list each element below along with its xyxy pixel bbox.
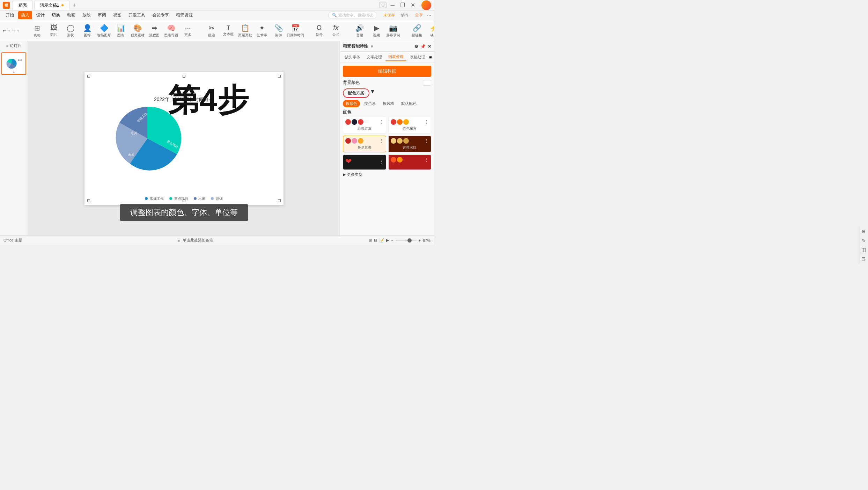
toolbar-daoke-assets[interactable]: 🎨 稻壳素材 — [131, 24, 144, 38]
undo-more-btn[interactable]: ▾ — [8, 28, 10, 33]
color-scheme-button[interactable]: 配色方案 — [343, 88, 369, 98]
toolbar-textbox[interactable]: T 文本框 — [222, 25, 235, 37]
toolbar-action[interactable]: ⚡ 动作 — [427, 24, 434, 38]
toolbar-image[interactable]: 🖼 图片 — [47, 24, 60, 37]
handle-bm[interactable] — [183, 199, 185, 202]
color-card-5[interactable]: ❤ ⋮ — [343, 154, 386, 170]
notes-view-icon[interactable]: 📝 — [379, 238, 384, 243]
swatch-more-4[interactable]: ⋮ — [424, 138, 429, 144]
handle-tl[interactable] — [87, 75, 90, 78]
handle-br[interactable] — [278, 199, 281, 202]
zoom-thumb — [407, 238, 412, 243]
normal-view-icon[interactable]: ⊟ — [374, 238, 377, 243]
more-types-btn[interactable]: ▶ 更多类型 — [343, 172, 431, 177]
toolbar-symbol[interactable]: Ω 符号 — [313, 24, 325, 37]
tab-chart-process[interactable]: 图表处理 — [385, 53, 406, 61]
menu-bar: 开始 插入 设计 切换 动画 放映 审阅 视图 开发工具 会员专享 稻壳资源 🔍… — [0, 10, 434, 20]
user-avatar[interactable] — [421, 0, 431, 10]
scheme-tab-default[interactable]: 默认配色 — [398, 100, 419, 107]
toolbar-note[interactable]: ✂ 批注 — [205, 24, 218, 38]
panel-tab-more[interactable]: ≡ — [429, 55, 432, 60]
toolbar-datetime[interactable]: 📅 日期和时间 — [289, 24, 302, 38]
toolbar-more[interactable]: ··· 更多 — [182, 24, 194, 37]
toolbar-screenrecord[interactable]: 📷 屏幕录制 — [387, 24, 399, 38]
minimize-button[interactable]: ─ — [391, 2, 395, 8]
toolbar-smart-figure[interactable]: 🔷 智能图形 — [98, 24, 110, 38]
color-card-6[interactable]: ⋮ — [388, 154, 432, 170]
unsaved-btn[interactable]: 未保存 — [381, 12, 397, 19]
toolbar-chart[interactable]: 📊 图表 — [115, 24, 127, 38]
toolbar-video[interactable]: ▶ 视频 — [370, 24, 383, 38]
tab-presentation[interactable]: 演示文稿1 — [34, 1, 69, 10]
panel-settings-icon[interactable]: ⚙ — [414, 44, 418, 49]
panel-unpin-icon[interactable]: 📌 — [420, 44, 426, 49]
tab-table-process[interactable]: 表格处理 — [407, 53, 428, 61]
slide-number: 1 — [13, 70, 15, 73]
notes-placeholder[interactable]: 单击此处添加备注 — [183, 238, 213, 243]
panel-close-icon[interactable]: ✕ — [428, 44, 431, 49]
slideshow-icon[interactable]: ▶ — [386, 238, 389, 243]
share-btn[interactable]: 分享 — [413, 12, 425, 19]
toolbar-table[interactable]: ⊞ 表格 — [31, 24, 43, 38]
slide-thumbnail-1[interactable]: 第4步 1 — [1, 52, 26, 75]
slide-canvas[interactable]: 第4步 2022年上半年工作时间分布 常规工作 重点项目 — [84, 72, 284, 205]
menu-search-box[interactable]: 🔍 查找命令、搜索模板 — [328, 12, 377, 19]
toolbar-wordart[interactable]: ✦ 艺术字 — [256, 24, 268, 38]
slide-panel-tab[interactable]: ≡ 幻灯片 — [0, 41, 28, 51]
maximize-button[interactable]: ❐ — [400, 2, 405, 8]
toolbar-flowchart[interactable]: ➡ 流程图 — [148, 24, 161, 38]
scheme-tab-color[interactable]: 按颜色 — [343, 100, 360, 107]
toolbar-attachment[interactable]: 📎 附件 — [272, 24, 285, 38]
toolbar-hyperlink[interactable]: 🔗 超链接 — [411, 24, 423, 38]
color-card-classic-red-gray[interactable]: ⋮ 经典红灰 — [343, 117, 386, 134]
redo-more-btn[interactable]: ▾ — [17, 28, 20, 33]
color-card-best-each[interactable]: ⋮ 各尽其美 — [343, 136, 386, 152]
toolbar-formula[interactable]: fx 公式 — [330, 24, 342, 37]
menu-view[interactable]: 视图 — [110, 11, 124, 19]
handle-tm[interactable] — [183, 75, 185, 78]
swatch-more-3[interactable]: ⋮ — [379, 138, 384, 144]
zoom-plus[interactable]: + — [419, 238, 421, 243]
undo-btn[interactable]: ↩ — [3, 28, 7, 33]
menu-resources[interactable]: 稻壳资源 — [173, 11, 196, 19]
menu-insert[interactable]: 插入 — [18, 11, 32, 19]
swatch-more-6[interactable]: ⋮ — [424, 157, 429, 163]
layout-toggle[interactable]: ⊞ — [379, 2, 387, 8]
bg-color-swatch[interactable] — [423, 80, 431, 86]
swatch-more-1[interactable]: ⋮ — [379, 119, 384, 125]
tab-text-process[interactable]: 文字处理 — [364, 53, 385, 61]
zoom-slider[interactable] — [396, 240, 417, 241]
menu-dev[interactable]: 开发工具 — [126, 11, 148, 19]
edit-data-button[interactable]: 编辑数据 — [343, 66, 431, 77]
color-card-red-east[interactable]: ⋮ 赤色东方 — [388, 117, 432, 134]
handle-tr[interactable] — [278, 75, 281, 78]
menu-review[interactable]: 审阅 — [95, 11, 109, 19]
close-button[interactable]: ✕ — [411, 2, 415, 8]
menu-design[interactable]: 设计 — [34, 11, 47, 19]
toolbar-mindmap[interactable]: 🧠 思维导图 — [165, 24, 177, 38]
tab-daoke[interactable]: 稻壳 — [13, 1, 33, 10]
more-menu-btn[interactable]: ··· — [427, 13, 431, 18]
menu-slideshow[interactable]: 放映 — [80, 11, 94, 19]
menu-vip[interactable]: 会员专享 — [149, 11, 172, 19]
panel-dropdown-icon[interactable]: ▾ — [371, 44, 373, 49]
swatch-more-2[interactable]: ⋮ — [424, 119, 429, 125]
toolbar-icons[interactable]: 👤 图标 — [81, 24, 94, 38]
redo-btn[interactable]: ↪ — [12, 28, 16, 33]
menu-start[interactable]: 开始 — [3, 11, 17, 19]
toolbar-layers[interactable]: 📋 页层页批 — [239, 24, 251, 38]
handle-bl[interactable] — [87, 199, 90, 202]
swatch-more-5[interactable]: ⋮ — [379, 159, 384, 164]
new-tab-button[interactable]: + — [71, 2, 78, 9]
menu-transition[interactable]: 切换 — [49, 11, 63, 19]
collab-btn[interactable]: 协作 — [399, 12, 411, 19]
tab-missing-font[interactable]: 缺失字体 — [342, 53, 363, 61]
slide-sorter-icon[interactable]: ⊞ — [369, 238, 372, 243]
scheme-tab-series[interactable]: 按色系 — [361, 100, 378, 107]
zoom-minus[interactable]: − — [391, 238, 393, 243]
toolbar-shape[interactable]: ◯ 形状 — [64, 24, 77, 38]
scheme-tab-style[interactable]: 按风格 — [380, 100, 397, 107]
menu-animation[interactable]: 动画 — [64, 11, 78, 19]
toolbar-audio[interactable]: 🔊 音频 — [353, 24, 366, 38]
color-card-classic-deep-red[interactable]: ⋮ 古典深红 — [388, 136, 432, 152]
